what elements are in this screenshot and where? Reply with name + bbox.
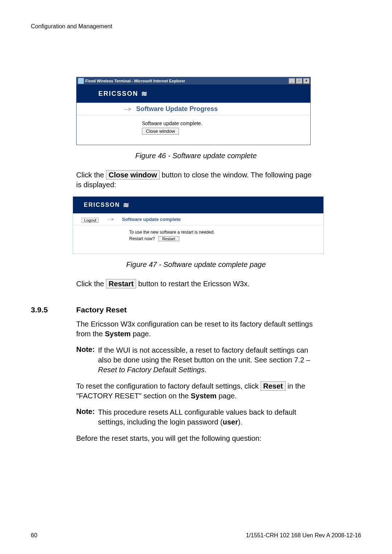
- close-window-inline-button: Close window: [106, 170, 159, 180]
- paragraph: To reset the configuration to factory de…: [76, 381, 316, 401]
- ericsson-logo-icon: ≋: [141, 89, 147, 98]
- restart-button[interactable]: Restart: [158, 236, 179, 241]
- note-label: Note:: [76, 345, 98, 375]
- paragraph: Click the Close window button to close t…: [76, 170, 316, 190]
- running-header: Configuration and Management: [31, 23, 361, 30]
- ie-titlebar: Fixed Wireless Terminal - Microsoft Inte…: [77, 77, 310, 85]
- maximize-button[interactable]: □: [296, 78, 302, 84]
- minimize-button[interactable]: _: [289, 78, 295, 84]
- reset-inline-button: Reset: [261, 381, 285, 391]
- status-text: To use the new software a restart is nee…: [129, 230, 323, 235]
- note-block: Note: If the WUI is not accessible, a re…: [76, 345, 316, 375]
- content-heading-strip: Logout ···> Software update complete: [73, 213, 323, 225]
- restart-now-label: Restart now?: [129, 236, 155, 241]
- figure-47-caption: Figure 47 - Software update complete pag…: [31, 260, 361, 269]
- page-number: 60: [31, 532, 37, 539]
- close-button[interactable]: ×: [303, 78, 310, 84]
- note-block: Note: This procedure resets ALL configur…: [76, 407, 316, 427]
- ericsson-logo-icon: ≋: [123, 201, 129, 209]
- brand-text: ERICSSON: [84, 202, 120, 208]
- panel-heading: Software update complete: [122, 217, 181, 222]
- logout-button[interactable]: Logout: [82, 218, 99, 223]
- ie-window-title: Fixed Wireless Terminal - Microsoft Inte…: [85, 79, 289, 83]
- close-window-button[interactable]: Close window: [142, 128, 179, 135]
- note-text: If the WUI is not accessible, a reset to…: [98, 345, 316, 375]
- section-number: 3.9.5: [31, 305, 76, 314]
- figure-47-window: ERICSSON ≋ Logout ···> Software update c…: [73, 196, 324, 254]
- ie-app-icon: [78, 78, 84, 84]
- brand-bar: ERICSSON ≋: [77, 85, 310, 103]
- figure-46-caption: Figure 46 - Software update complete: [31, 152, 361, 160]
- page-footer: 60 1/1551-CRH 102 168 Uen Rev A 2008-12-…: [31, 532, 361, 539]
- status-text: Software update complete.: [142, 120, 310, 126]
- paragraph: Click the Restart button to restart the …: [76, 279, 316, 289]
- brand-bar: ERICSSON ≋: [73, 197, 323, 213]
- breadcrumb-arrow-icon: ···>: [107, 217, 122, 222]
- content-heading-strip: ···> Software Update Progress: [77, 103, 310, 115]
- restart-inline-button: Restart: [106, 279, 136, 288]
- panel-body: Software update complete. Close window: [77, 115, 310, 145]
- brand-text: ERICSSON: [98, 90, 138, 98]
- section-heading: 3.9.5 Factory Reset: [31, 305, 361, 314]
- panel-heading: Software Update Progress: [136, 105, 218, 113]
- document-id: 1/1551-CRH 102 168 Uen Rev A 2008-12-16: [246, 532, 361, 539]
- note-label: Note:: [76, 407, 98, 427]
- paragraph: Before the reset starts, you will get th…: [76, 434, 316, 443]
- section-title: Factory Reset: [76, 305, 127, 314]
- paragraph: The Ericsson W3x configuration can be re…: [76, 319, 316, 339]
- panel-body: To use the new software a restart is nee…: [73, 225, 323, 254]
- figure-46-window: Fixed Wireless Terminal - Microsoft Inte…: [76, 77, 311, 145]
- note-text: This procedure resets ALL configurable v…: [98, 407, 316, 427]
- breadcrumb-arrow-icon: ···>: [77, 106, 136, 112]
